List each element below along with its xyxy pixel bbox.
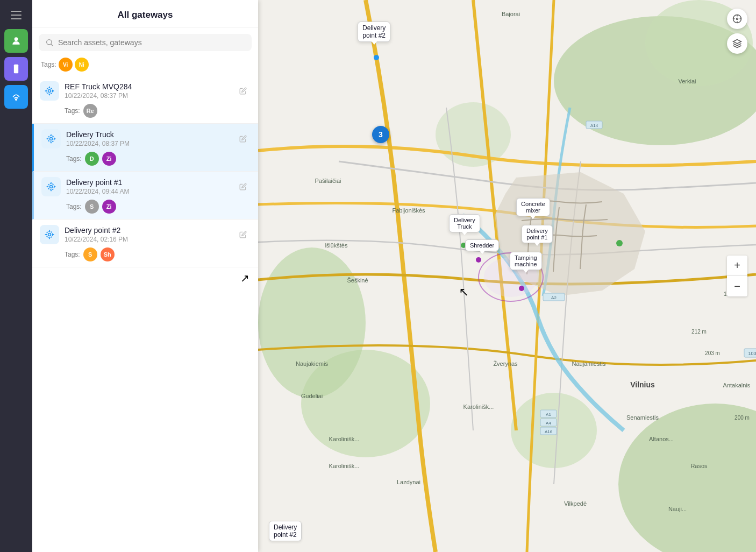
svg-point-0	[15, 37, 18, 41]
svg-line-5	[51, 44, 53, 46]
list-item-ref-truck[interactable]: REF Truck MVQ284 10/22/2024, 08:37 PM Ta…	[32, 76, 258, 124]
edit-btn-ref-truck[interactable]	[236, 83, 251, 98]
svg-text:Išlūkštės: Išlūkštės	[325, 242, 348, 249]
tag-badge-d: D	[85, 152, 99, 166]
svg-marker-87	[733, 40, 741, 44]
svg-text:A14: A14	[590, 123, 598, 128]
svg-text:Pašilaičiai: Pašilaičiai	[315, 178, 341, 184]
svg-text:Vilkpedė: Vilkpedė	[564, 500, 587, 507]
item-info-delivery-truck: Delivery Truck 10/22/2024, 08:37 PM	[66, 130, 230, 147]
sidebar-item-network[interactable]	[4, 85, 28, 109]
svg-text:A2: A2	[551, 295, 557, 300]
map-container[interactable]: A2 A1 A4 A16 A14 Bajorai Verkiai Pašilai…	[258, 0, 756, 552]
item-time-delivery-point-1: 10/22/2024, 09:44 AM	[66, 188, 230, 195]
map-dot-delivery-truck	[461, 243, 466, 248]
svg-point-13	[48, 136, 54, 142]
svg-point-18	[50, 186, 53, 188]
zoom-in-button[interactable]: +	[727, 256, 747, 276]
list-item-delivery-point-2[interactable]: Delivery point #2 10/22/2024, 02:16 PM T…	[32, 220, 258, 267]
svg-text:203 m: 203 m	[705, 350, 720, 356]
svg-text:Altanos...: Altanos...	[649, 436, 674, 442]
map-cluster[interactable]: 3	[372, 126, 389, 143]
svg-text:Nauji...: Nauji...	[668, 506, 687, 512]
item-icon-delivery-point-1	[41, 177, 61, 196]
cursor-area: ↗	[32, 267, 258, 284]
svg-text:Rasos: Rasos	[690, 463, 708, 469]
item-name-delivery-point-1: Delivery point #1	[66, 178, 230, 187]
svg-text:Lazdynai: Lazdynai	[397, 479, 420, 485]
svg-text:Šeškinė: Šeškinė	[347, 277, 368, 284]
tags-delivery-point-1: Tags: S Zi	[41, 196, 251, 216]
map-background: A2 A1 A4 A16 A14 Bajorai Verkiai Pašilai…	[258, 0, 756, 552]
svg-text:Karolinišk...: Karolinišk...	[329, 436, 360, 442]
list-item-delivery-truck[interactable]: Delivery Truck 10/22/2024, 08:37 PM Tags…	[32, 124, 258, 172]
svg-text:Karolinišk...: Karolinišk...	[329, 463, 360, 469]
map-dot-delivery-point-2	[374, 55, 379, 60]
item-time-delivery-truck: 10/22/2024, 08:37 PM	[66, 140, 230, 147]
svg-point-7	[46, 88, 53, 94]
svg-text:212 m: 212 m	[691, 329, 707, 335]
compass-button[interactable]	[727, 9, 747, 29]
svg-text:Antakalnis: Antakalnis	[723, 382, 751, 388]
svg-text:200 m: 200 m	[734, 415, 750, 421]
tag-badge-zi-1: Zi	[102, 152, 116, 166]
tag-badge-ni: Ni	[75, 58, 89, 72]
svg-text:Žverynas: Žverynas	[493, 360, 518, 367]
panel-title: All gateways	[32, 0, 258, 27]
svg-point-4	[47, 40, 52, 45]
search-input[interactable]	[58, 38, 245, 47]
svg-text:Fabijoniškės: Fabijoniškės	[392, 207, 425, 214]
svg-text:A4: A4	[546, 421, 551, 426]
svg-text:Gudeliai: Gudeliai	[301, 393, 323, 399]
layers-button[interactable]	[727, 33, 747, 54]
tag-badge-s-1: S	[85, 200, 99, 214]
svg-text:Naujakiemis: Naujakiemis	[296, 360, 328, 367]
svg-point-12	[50, 138, 53, 140]
item-icon-delivery-truck	[41, 129, 61, 148]
sidebar	[0, 0, 32, 552]
edit-btn-delivery-point-2[interactable]	[236, 227, 251, 242]
svg-point-2	[16, 71, 17, 72]
cut-off-tags: Tags: Vi Ni	[32, 55, 258, 76]
svg-text:A1: A1	[546, 412, 551, 417]
search-bar[interactable]	[39, 34, 252, 51]
item-icon-ref-truck	[40, 81, 59, 101]
edit-btn-delivery-truck[interactable]	[236, 131, 251, 146]
gateway-list: REF Truck MVQ284 10/22/2024, 08:37 PM Ta…	[32, 76, 258, 552]
zoom-out-button[interactable]: −	[727, 276, 747, 296]
svg-text:Senamiestis: Senamiestis	[626, 414, 659, 421]
item-info-delivery-point-2: Delivery point #2 10/22/2024, 02:16 PM	[65, 226, 230, 243]
list-item-delivery-point-1[interactable]: Delivery point #1 10/22/2024, 09:44 AM T…	[32, 172, 258, 220]
item-name-delivery-truck: Delivery Truck	[66, 130, 230, 139]
map-dot-delivery-point-1	[534, 253, 539, 259]
item-icon-delivery-point-2	[40, 225, 59, 244]
bottom-delivery-label: Deliverypoint #2	[269, 521, 302, 541]
map-controls-top-right	[727, 9, 747, 54]
svg-text:Naujamiestis: Naujamiestis	[572, 360, 606, 367]
svg-text:103: 103	[748, 351, 756, 356]
svg-point-80	[484, 257, 538, 297]
svg-text:Verkiai: Verkiai	[678, 78, 696, 84]
tags-delivery-truck: Tags: D Zi	[41, 148, 251, 168]
svg-point-3	[16, 99, 17, 101]
tag-badge-vi: Vi	[59, 58, 73, 72]
svg-text:Bajorai: Bajorai	[502, 11, 520, 17]
item-info-ref-truck: REF Truck MVQ284 10/22/2024, 08:37 PM	[65, 82, 230, 100]
item-name-ref-truck: REF Truck MVQ284	[65, 82, 230, 91]
map-dot-shredder	[476, 257, 481, 263]
menu-button[interactable]	[6, 5, 26, 25]
svg-point-25	[46, 231, 53, 238]
sidebar-item-device[interactable]	[4, 57, 28, 81]
cursor-icon: ↗	[240, 272, 249, 285]
tag-badge-s-2: S	[83, 247, 97, 261]
svg-point-78	[616, 240, 623, 246]
sidebar-item-person[interactable]	[4, 29, 28, 53]
edit-btn-delivery-point-1[interactable]	[236, 179, 251, 194]
svg-text:Karolinišk...: Karolinišk...	[463, 404, 494, 410]
map-dot-tamping-machine	[519, 286, 524, 291]
svg-text:A16: A16	[545, 429, 553, 434]
svg-point-24	[48, 233, 51, 236]
search-icon	[45, 38, 54, 47]
item-time-ref-truck: 10/22/2024, 08:37 PM	[65, 92, 230, 100]
tags-delivery-point-2: Tags: S Sh	[40, 244, 251, 264]
